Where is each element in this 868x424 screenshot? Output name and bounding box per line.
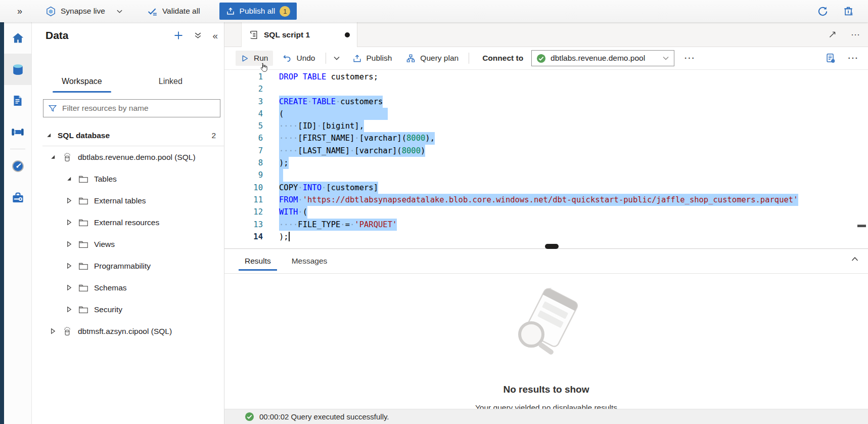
line-number: 9 (224, 169, 263, 181)
code-line[interactable]: 5····[ID]·[bigint], (224, 120, 868, 132)
tree-item-tables[interactable]: Tables (31, 168, 224, 190)
code-line[interactable]: 12WITH·( (224, 206, 868, 218)
code-line[interactable]: 3CREATE·TABLE·customers (224, 96, 868, 108)
nav-develop[interactable] (4, 85, 31, 116)
results-tab-bar: Results Messages (224, 248, 868, 274)
code-line[interactable]: 4( (224, 108, 868, 120)
activity-bar (4, 22, 32, 424)
expanded-triangle-icon[interactable] (50, 154, 57, 160)
tab-more-icon[interactable]: ··· (851, 29, 860, 40)
filter-input[interactable] (61, 103, 215, 113)
query-plan-button[interactable]: Query plan (401, 51, 464, 66)
query-plan-icon (406, 54, 416, 63)
environment-label: Synapse live (61, 7, 105, 16)
collapse-results-chevron-icon[interactable] (851, 255, 859, 263)
expand-panel-icon[interactable]: » (17, 6, 22, 17)
collapsed-triangle-icon[interactable] (66, 263, 73, 269)
resource-tree: SQL database 2 dbtlabs.revenue.demo.pool… (31, 124, 224, 342)
connection-dropdown[interactable]: dbtlabs.revenue.demo.pool (531, 50, 674, 66)
code-line[interactable]: 7····[LAST_NAME]·[varchar](8000) (224, 145, 868, 157)
toolbar-more-icon[interactable]: ··· (684, 54, 696, 63)
tree-item-pool-1[interactable]: dbtlabs.revenue.demo.pool (SQL) (31, 146, 224, 168)
tree-label: SQL database (58, 131, 110, 140)
nav-integrate[interactable] (4, 116, 31, 148)
validate-check-icon (147, 6, 158, 17)
code-line[interactable]: 2 (224, 83, 868, 95)
code-line[interactable]: 1DROP TABLE customers; (224, 71, 868, 83)
collapsed-triangle-icon[interactable] (66, 197, 73, 204)
rail-divider (10, 149, 25, 149)
pipeline-icon (11, 125, 25, 139)
tree-label: Tables (94, 175, 117, 184)
tree-item-external-tables[interactable]: External tables (31, 190, 224, 211)
tree-item-views[interactable]: Views (31, 233, 224, 255)
nav-home[interactable] (4, 22, 31, 54)
tab-linked[interactable]: Linked (158, 73, 184, 93)
publish-label: Publish (367, 54, 392, 63)
tree-item-programmability[interactable]: Programmability (31, 255, 224, 277)
line-number: 14 (224, 231, 263, 243)
expanded-triangle-icon[interactable] (66, 176, 73, 182)
line-content: DROP TABLE customers; (279, 71, 378, 83)
nav-manage[interactable] (4, 182, 31, 213)
environment-chevron-icon[interactable] (116, 8, 123, 15)
undo-label: Undo (296, 54, 315, 63)
toolbar-overflow-icon[interactable]: ··· (848, 54, 859, 63)
code-line[interactable]: 8); (224, 157, 868, 169)
code-line[interactable]: 10COPY·INTO·[customers] (224, 182, 868, 194)
code-editor[interactable]: 1DROP TABLE customers;23CREATE·TABLE·cus… (224, 70, 868, 267)
line-number: 6 (224, 132, 263, 144)
code-line[interactable]: 13····FILE_TYPE·=·'PARQUET' (224, 219, 868, 231)
data-panel-title: Data (45, 29, 69, 41)
tab-sql-script-1[interactable]: SQL script 1 (241, 22, 357, 47)
tree-label: Security (94, 305, 122, 314)
properties-icon[interactable] (825, 53, 836, 64)
line-content: FROM·'https://dbtlabsynapsedatalake.blob… (279, 194, 798, 206)
tab-workspace[interactable]: Workspace (61, 73, 103, 93)
results-splitter-handle[interactable] (545, 244, 559, 249)
line-number: 13 (224, 219, 263, 231)
tree-item-security[interactable]: Security (31, 299, 224, 320)
code-line[interactable]: 14); (224, 231, 868, 243)
tab-messages[interactable]: Messages (290, 253, 330, 269)
code-line[interactable]: 9 (224, 169, 868, 181)
run-button[interactable]: Run (236, 51, 273, 66)
folder-icon (78, 239, 89, 250)
refresh-icon[interactable] (817, 6, 829, 17)
tree-item-external-resources[interactable]: External resources (31, 211, 224, 233)
collapsed-triangle-icon[interactable] (66, 306, 73, 313)
tree-item-schemas[interactable]: Schemas (31, 277, 224, 299)
add-resource-icon[interactable] (173, 30, 184, 40)
tree-label: Schemas (94, 283, 127, 292)
undo-icon (282, 54, 292, 63)
nav-monitor[interactable] (4, 150, 31, 182)
expand-editor-icon[interactable] (828, 30, 837, 39)
undo-menu-chevron-icon[interactable] (331, 53, 342, 64)
expanded-triangle-icon[interactable] (45, 132, 53, 139)
tree-item-pool-2[interactable]: dbtmsft.azsyn.cipool (SQL) (31, 320, 224, 342)
collapsed-triangle-icon[interactable] (66, 284, 73, 291)
tree-section-sql-database[interactable]: SQL database 2 (31, 124, 224, 146)
code-line[interactable]: 6····[FIRST_NAME]·[varchar](8000), (224, 132, 868, 144)
undo-button[interactable]: Undo (277, 51, 320, 66)
data-panel-tabs: Workspace Linked (31, 73, 224, 93)
validate-all-button[interactable]: Validate all (147, 6, 200, 17)
double-chevron-down-icon[interactable] (194, 31, 202, 40)
publish-all-button[interactable]: Publish all 1 (219, 3, 297, 20)
editor-toolbar: Run Undo Publish (224, 47, 868, 70)
sql-script-icon (249, 30, 259, 40)
line-content: ); (279, 157, 289, 169)
discard-trash-icon[interactable] (843, 6, 854, 17)
status-bar: 00:00:02 Query executed successfully. (224, 409, 868, 424)
data-panel: Data « Workspace Linked (31, 22, 224, 424)
collapsed-triangle-icon[interactable] (66, 219, 73, 226)
collapsed-triangle-icon[interactable] (66, 241, 73, 247)
line-content: ); (279, 231, 290, 243)
code-line[interactable]: 11FROM·'https://dbtlabsynapsedatalake.bl… (224, 194, 868, 206)
nav-data[interactable] (4, 54, 31, 85)
collapse-panel-icon[interactable]: « (212, 31, 218, 40)
collapsed-triangle-icon[interactable] (50, 328, 57, 334)
publish-button[interactable]: Publish (347, 51, 397, 66)
tab-results[interactable]: Results (243, 253, 273, 269)
environment-selector[interactable]: Synapse live (45, 6, 105, 17)
